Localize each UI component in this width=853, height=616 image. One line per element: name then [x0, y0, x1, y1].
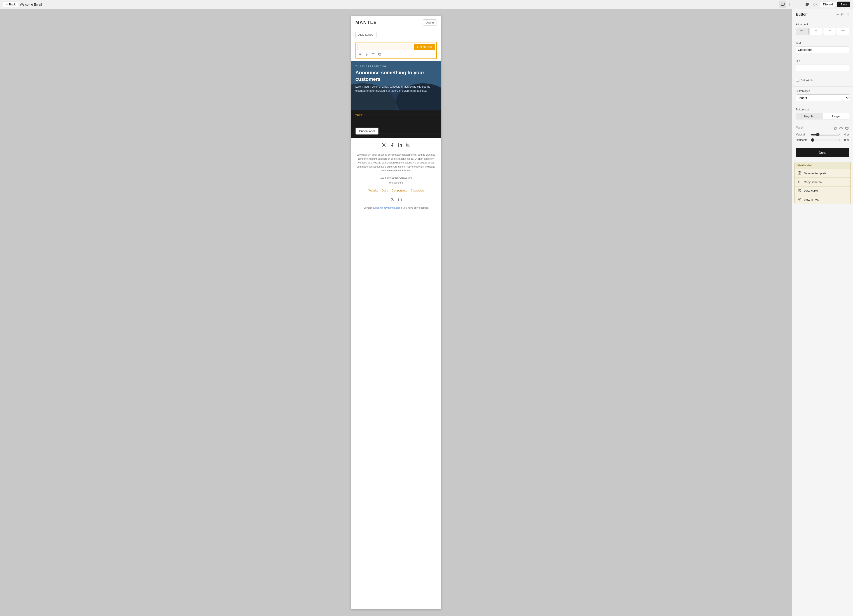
full-width-checkbox[interactable]	[796, 79, 799, 82]
view-mjml-item[interactable]: View MJML	[795, 186, 850, 195]
unsubscribe-link[interactable]: Unsubscribe	[389, 181, 403, 184]
topbar-left: ← Back Welcome Email	[3, 2, 42, 7]
align-justify-button[interactable]	[837, 28, 849, 35]
footer-link-website[interactable]: Website	[368, 189, 378, 192]
svg-point-10	[360, 54, 361, 55]
instagram-icon[interactable]	[406, 143, 411, 148]
button-style-label: Button style	[796, 90, 849, 93]
contact-prefix: Contact	[363, 206, 373, 209]
svg-rect-30	[841, 30, 845, 30]
vertical-margin-row: Vertical 4 px	[796, 133, 849, 137]
margin-label: Margin	[796, 126, 804, 129]
margin-header: Margin	[796, 126, 849, 131]
hero-heading: Announce something to your customers	[355, 70, 437, 82]
view-mjml-icon	[797, 189, 801, 193]
svg-text:{x}: {x}	[841, 13, 844, 16]
save-template-item[interactable]: Save as template	[795, 169, 850, 178]
button-editor-row: Get started	[351, 40, 441, 61]
bottom-linkedin-icon[interactable]	[398, 197, 402, 202]
back-button[interactable]: ← Back	[3, 2, 18, 7]
button-style-select[interactable]: Inherit Primary Secondary	[796, 94, 849, 102]
login-button[interactable]: Log in	[423, 20, 437, 26]
save-template-icon	[797, 171, 801, 175]
device-mobile-button[interactable]	[795, 1, 802, 8]
svg-rect-26	[815, 32, 817, 32]
svg-rect-27	[829, 30, 831, 30]
staff-header: Mantle staff	[795, 162, 850, 169]
horizontal-label: Horizontal	[796, 138, 809, 141]
margin-all-button[interactable]	[833, 126, 838, 131]
panel-header-actions: ⋯ {x} ✕	[836, 12, 849, 17]
vertical-label: Vertical	[796, 133, 809, 136]
save-button[interactable]: Save	[837, 2, 850, 7]
button-toolbar	[357, 51, 435, 57]
svg-rect-13	[398, 144, 399, 147]
device-tablet-button[interactable]	[788, 1, 794, 8]
device-text-button[interactable]	[804, 1, 811, 8]
horizontal-slider[interactable]	[811, 138, 840, 142]
copy-schema-item[interactable]: {/} Copy schema	[795, 178, 850, 186]
save-template-label: Save as template	[804, 171, 826, 175]
button-label-button[interactable]: Button label	[355, 127, 379, 135]
email-header: MANTLE Log in	[351, 16, 441, 29]
margin-individual-button[interactable]	[844, 126, 849, 131]
canvas-area[interactable]: MANTLE Log in ADD LOGO Get started	[0, 9, 792, 616]
vertical-slider[interactable]	[811, 133, 840, 137]
align-center-button[interactable]	[809, 28, 822, 35]
vertical-value: 4 px	[842, 133, 849, 136]
done-button[interactable]: Done	[796, 148, 849, 157]
button-style-section: Button style Inherit Primary Secondary	[792, 88, 853, 104]
device-desktop-button[interactable]	[779, 1, 786, 8]
twitter-icon[interactable]	[382, 143, 386, 148]
device-code-button[interactable]	[812, 1, 819, 8]
panel-code-button[interactable]: {x}	[841, 12, 845, 17]
toolbar-duplicate-icon[interactable]	[377, 52, 382, 57]
svg-rect-32	[841, 32, 845, 32]
footer-link-changelog[interactable]: Changelog	[411, 189, 423, 192]
toolbar-settings-icon[interactable]	[358, 52, 363, 57]
svg-rect-21	[800, 30, 803, 30]
discard-button[interactable]: Discard	[820, 2, 836, 7]
align-right-button[interactable]	[823, 28, 836, 35]
footer-address: 123 Fake Street, Ottawa ON	[351, 176, 441, 179]
copy-schema-label: Copy schema	[804, 181, 822, 184]
button-text-input[interactable]	[357, 44, 412, 50]
align-left-button[interactable]	[796, 28, 809, 35]
toolbar-delete-icon[interactable]	[371, 52, 376, 57]
mantle-staff-section: Mantle staff Save as template {/}	[794, 162, 851, 204]
tablet-icon	[789, 3, 793, 6]
svg-point-17	[409, 144, 410, 144]
email-logo: MANTLE	[355, 20, 377, 25]
facebook-icon[interactable]	[390, 143, 394, 148]
url-field[interactable]	[796, 65, 849, 71]
size-large-button[interactable]: Large	[823, 113, 849, 119]
view-html-item[interactable]: View HTML	[795, 195, 850, 204]
button-text-field[interactable]	[796, 47, 849, 53]
contact-email[interactable]: support@heymantle.com	[373, 206, 400, 209]
size-regular-button[interactable]: Regular	[796, 113, 823, 119]
svg-text:{/}: {/}	[798, 181, 800, 183]
toolbar-link-icon[interactable]	[364, 52, 369, 57]
full-width-section: Full width	[792, 76, 853, 86]
get-started-button[interactable]: Get started	[414, 44, 435, 50]
panel-close-button[interactable]: ✕	[847, 12, 849, 17]
svg-rect-25	[814, 31, 817, 31]
full-width-label[interactable]: Full width	[801, 79, 813, 82]
footer-link-docs[interactable]: Docs	[382, 189, 388, 192]
footer-link-components[interactable]: Components	[392, 189, 407, 192]
hero-section: THIS IS A PRE-HEADING Announce something…	[351, 61, 441, 111]
view-mjml-label: View MJML	[804, 189, 819, 193]
linkedin-icon[interactable]	[398, 143, 402, 148]
panel-more-button[interactable]: ⋯	[836, 12, 839, 17]
social-section	[351, 138, 441, 153]
button-size-label: Button size	[796, 108, 849, 111]
add-logo-button[interactable]: ADD LOGO	[355, 32, 376, 38]
bottom-twitter-icon[interactable]	[390, 197, 394, 202]
add-logo-section: ADD LOGO	[351, 29, 441, 40]
footer-body: Lorem ipsum dolor sit amet, consectetur …	[351, 153, 441, 176]
horizontal-value: 0 px	[842, 138, 849, 141]
right-panel: Button ⋯ {x} ✕ Alignment	[792, 9, 853, 616]
margin-section: Margin	[792, 124, 853, 146]
svg-rect-35	[840, 127, 842, 129]
margin-horizontal-button[interactable]	[839, 126, 844, 131]
